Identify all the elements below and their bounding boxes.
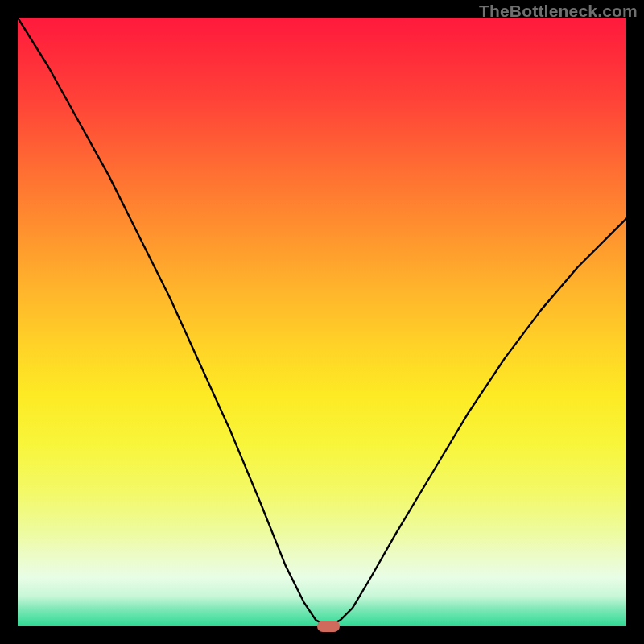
bottleneck-curve bbox=[18, 18, 626, 626]
chart-frame: TheBottleneck.com bbox=[0, 0, 644, 644]
plot-area bbox=[18, 18, 626, 626]
minimum-marker bbox=[317, 621, 340, 632]
